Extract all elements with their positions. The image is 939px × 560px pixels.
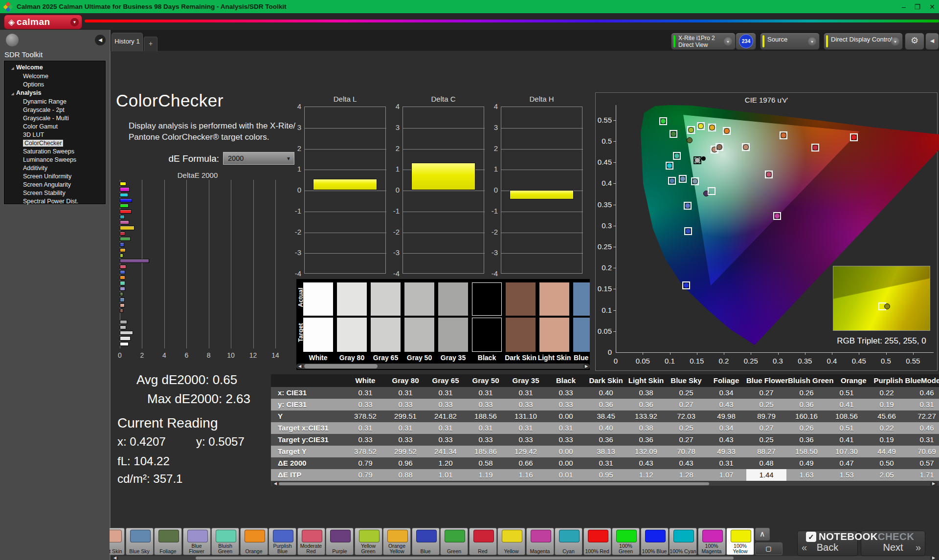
- sidebar-item-grayscale-2pt[interactable]: Grayscale - 2pt: [4, 106, 105, 114]
- swatch-button-moderate-red[interactable]: Moderate Red: [297, 528, 325, 555]
- cell-target-y-cie31-black: 0.33: [546, 434, 586, 446]
- minimize-button[interactable]: –: [902, 3, 906, 11]
- swatch-button-blue-sky[interactable]: Blue Sky: [126, 528, 154, 555]
- cell-e-itp-gray-65: 1.01: [425, 469, 466, 481]
- x-tick-label: 8: [203, 351, 215, 359]
- swatch-button-green[interactable]: Green: [440, 528, 468, 555]
- tab-history-1[interactable]: History 1: [112, 33, 143, 51]
- cell-x-cie31-foliage: 0.34: [706, 387, 746, 399]
- swatch-button-yellow[interactable]: Yellow: [497, 528, 525, 555]
- sidebar-item-color-gamut[interactable]: Color Gamut: [4, 123, 105, 131]
- delta-chart-title: Delta H: [501, 95, 582, 103]
- sidebar-item-dynamic-range[interactable]: Dynamic Range: [4, 98, 105, 106]
- source-select-button[interactable]: Source ▼: [760, 33, 820, 50]
- collapse-panel-button[interactable]: ◀: [925, 33, 939, 50]
- cell-e-itp-blue-flower[interactable]: 1.44: [746, 469, 786, 481]
- y-tick: [613, 289, 616, 289]
- swatch-button-100-blue[interactable]: 100% Blue: [641, 528, 669, 555]
- swatch-chip: [216, 530, 236, 542]
- gridline: [209, 180, 209, 348]
- sidebar-item-screen-uniformity[interactable]: Screen Uniformity: [4, 172, 105, 181]
- patch-label-gray-50: Gray 50: [402, 354, 437, 362]
- swatch-button-orange-yellow[interactable]: Orange Yellow: [383, 528, 411, 555]
- swatch-bar-scrollbar[interactable]: ◀ ▶: [112, 556, 937, 560]
- sidebar-item-screen-stability[interactable]: Screen Stability: [4, 189, 105, 197]
- expander-icon[interactable]: ◢: [11, 64, 16, 72]
- target-patch-light-skin: [539, 318, 569, 352]
- cell-target-y-black: 0.00: [546, 446, 586, 457]
- swatch-button-100-yellow[interactable]: 100% Yellow: [726, 528, 754, 555]
- sidebar-item-grayscale-multi[interactable]: Grayscale - Multi: [4, 114, 105, 123]
- scroll-right-icon[interactable]: ▶: [930, 556, 937, 560]
- target-patch-dark-skin: [506, 318, 536, 352]
- y-tick: [613, 162, 616, 163]
- swatch-button-light-skin[interactable]: Light Skin: [110, 528, 125, 555]
- patch-strip-scrollbar[interactable]: ◀▶: [296, 364, 590, 369]
- swatch-label: 100% Yellow: [727, 543, 754, 554]
- sidebar-item-luminance-sweeps[interactable]: Luminance Sweeps: [4, 156, 105, 164]
- pattern-window-button[interactable]: ▢: [755, 542, 782, 555]
- sidebar-item-welcome[interactable]: ◢Welcome: [4, 64, 105, 72]
- sidebar-item-analysis[interactable]: ◢Analysis: [4, 89, 105, 98]
- sidebar-collapse-button[interactable]: ◀: [95, 35, 106, 45]
- column-header-light-skin: Light Skin: [626, 374, 666, 387]
- swatch-button-foliage[interactable]: Foliage: [154, 528, 182, 555]
- swatch-button-100-red[interactable]: 100% Red: [583, 528, 611, 555]
- sidebar-item-welcome[interactable]: Welcome: [4, 72, 105, 81]
- swatch-button-cyan[interactable]: Cyan: [555, 528, 582, 555]
- swatch-button-purple[interactable]: Purple: [326, 528, 354, 555]
- swatch-button-purplish-blue[interactable]: Purplish Blue: [268, 528, 296, 555]
- add-tab-button[interactable]: +: [144, 37, 157, 51]
- y-tick-label: 1: [386, 165, 400, 173]
- swatch-button-red[interactable]: Red: [469, 528, 497, 555]
- max-de2000-stat: Max dE2000: 2.63: [147, 391, 250, 407]
- table-scrollbar[interactable]: ◀▶: [272, 482, 937, 486]
- scroll-left-icon[interactable]: ◀: [296, 364, 303, 369]
- workflow-orb-button[interactable]: [6, 34, 19, 46]
- expander-icon[interactable]: ◢: [11, 89, 16, 98]
- scroll-thumb[interactable]: [304, 364, 378, 368]
- cell-target-y-blue-sky: 70.78: [666, 446, 706, 457]
- cell-target-y-cie31-foliage: 0.43: [706, 434, 746, 446]
- meter-count-badge[interactable]: 234: [739, 34, 753, 48]
- calman-menu-button[interactable]: ◈ calman ▼: [4, 15, 82, 29]
- sidebar-item-spectral-power-dist[interactable]: Spectral Power Dist.: [4, 197, 105, 206]
- chevron-down-icon: ▼: [808, 37, 816, 45]
- swatch-label: Yellow Green: [355, 543, 382, 554]
- deltae-bar-white: [120, 342, 129, 346]
- y-tick: [613, 310, 616, 311]
- meter-badge-holder: 234: [736, 33, 756, 50]
- expand-strip-button[interactable]: ∧: [755, 528, 770, 540]
- meter-select-button[interactable]: X-Rite i1Pro 2 Direct View ▼: [671, 33, 736, 50]
- close-button[interactable]: ✕: [929, 3, 935, 11]
- swatch-button-100-cyan[interactable]: 100% Cyan: [669, 528, 697, 555]
- swatch-button-magenta[interactable]: Magenta: [526, 528, 554, 555]
- y-tick-label: -3: [288, 248, 301, 257]
- sidebar-item-additivity[interactable]: Additivity: [4, 164, 105, 172]
- scroll-right-icon[interactable]: ▶: [583, 364, 590, 369]
- sidebar-item-saturation-sweeps[interactable]: Saturation Sweeps: [4, 148, 105, 156]
- column-header-blue-flower: Blue Flower: [746, 374, 788, 387]
- sidebar-item-colorchecker[interactable]: ColorChecker: [4, 139, 105, 148]
- swatch-button-blue-flower[interactable]: Blue Flower: [183, 528, 211, 555]
- sidebar-item-screen-angularity[interactable]: Screen Angularity: [4, 181, 105, 189]
- de-formula-dropdown[interactable]: 2000 ▼: [223, 152, 294, 165]
- sidebar-item-3d-lut[interactable]: 3D LUT: [4, 131, 105, 139]
- cell-target-y-light-skin: 132.09: [626, 446, 666, 457]
- sidebar-item-options[interactable]: Options: [4, 81, 105, 89]
- display-control-button[interactable]: Direct Display Control ▼: [824, 33, 903, 50]
- swatch-chip: [559, 530, 580, 542]
- maximize-button[interactable]: ❐: [915, 3, 921, 11]
- swatch-button-yellow-green[interactable]: Yellow Green: [355, 528, 382, 555]
- y-tick: [613, 226, 616, 226]
- swatch-button-orange[interactable]: Orange: [240, 528, 268, 555]
- swatch-button-100-magenta[interactable]: 100% Magenta: [698, 528, 726, 555]
- cell-target-y-dark-skin: 38.13: [586, 446, 626, 457]
- column-header-purplish-blue: Purplish Blue: [873, 374, 921, 387]
- swatch-button-bluish-green[interactable]: Bluish Green: [211, 528, 239, 555]
- cell-target-y-gray-35: 129.42: [506, 446, 546, 457]
- swatch-button-100-green[interactable]: 100% Green: [612, 528, 640, 555]
- swatch-button-blue[interactable]: Blue: [412, 528, 440, 555]
- settings-gear-button[interactable]: ⚙: [905, 33, 924, 50]
- scroll-left-icon[interactable]: ◀: [112, 556, 118, 560]
